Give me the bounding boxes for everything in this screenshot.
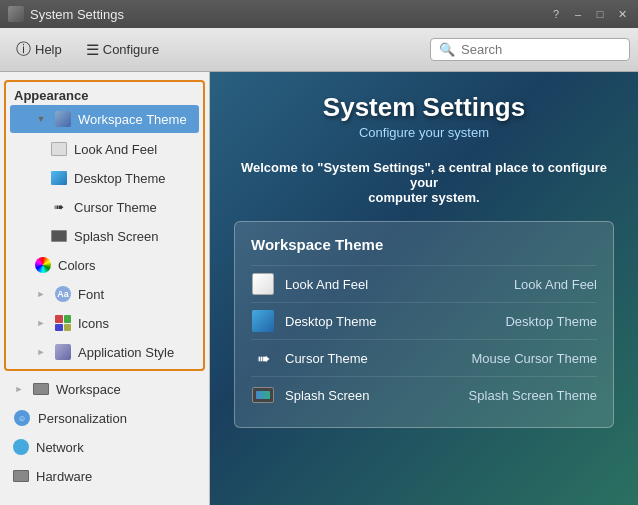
icons-icon — [54, 314, 72, 332]
desktop-theme-row-name: Desktop Theme — [285, 314, 495, 329]
toolbar: ⓘ Help ☰ Configure 🔍 — [0, 28, 638, 72]
minimize-button[interactable]: – — [570, 6, 586, 22]
content-subtitle: Configure your system — [359, 125, 489, 140]
table-row[interactable]: Desktop Theme Desktop Theme — [251, 302, 597, 339]
expand-icon: ► — [12, 382, 26, 396]
configure-icon: ☰ — [86, 41, 99, 59]
sidebar-item-network[interactable]: Network — [4, 433, 205, 461]
application-style-label: Application Style — [78, 345, 174, 360]
sidebar-item-look-and-feel[interactable]: Look And Feel — [10, 135, 199, 163]
app-icon — [8, 6, 24, 22]
sidebar-item-icons[interactable]: ► Icons — [10, 309, 199, 337]
look-and-feel-label: Look And Feel — [74, 142, 157, 157]
colors-label: Colors — [58, 258, 96, 273]
look-and-feel-icon — [50, 140, 68, 158]
workspace-theme-icon — [54, 110, 72, 128]
sidebar-item-hardware[interactable]: Hardware — [4, 462, 205, 490]
search-icon: 🔍 — [439, 42, 455, 57]
sidebar-item-workspace-theme[interactable]: ▼ Workspace Theme — [10, 105, 199, 133]
workspace-icon — [32, 380, 50, 398]
sidebar-item-splash-screen[interactable]: Splash Screen — [10, 222, 199, 250]
font-label: Font — [78, 287, 104, 302]
cursor-arrow-icon: ➠ — [54, 200, 64, 214]
personalization-icon: ☺ — [12, 409, 32, 427]
titlebar-controls[interactable]: ? – □ ✕ — [548, 6, 630, 22]
table-row[interactable]: Look And Feel Look And Feel — [251, 265, 597, 302]
cursor-theme-row-name: Cursor Theme — [285, 351, 462, 366]
configure-button[interactable]: ☰ Configure — [78, 37, 167, 63]
splash-screen-row-value: Splash Screen Theme — [469, 388, 597, 403]
content-title: System Settings — [323, 92, 525, 123]
search-input[interactable] — [461, 42, 621, 57]
appearance-label: Appearance — [14, 88, 195, 103]
desktop-theme-row-icon — [251, 309, 275, 333]
expand-icon: ▼ — [34, 112, 48, 126]
sidebar-item-personalization[interactable]: ☺ Personalization — [4, 404, 205, 432]
help-label: Help — [35, 42, 62, 57]
application-style-icon — [54, 343, 72, 361]
sidebar-item-colors[interactable]: Colors — [10, 251, 199, 279]
cursor-theme-icon: ➠ — [50, 198, 68, 216]
sidebar-item-workspace[interactable]: ► Workspace — [4, 375, 205, 403]
cursor-theme-label: Cursor Theme — [74, 200, 157, 215]
maximize-button[interactable]: □ — [592, 6, 608, 22]
configure-label: Configure — [103, 42, 159, 57]
appearance-group: Appearance ▼ Workspace Theme Look And Fe… — [4, 80, 205, 371]
expand-icon: ► — [34, 287, 48, 301]
desktop-theme-label: Desktop Theme — [74, 171, 166, 186]
splash-screen-label: Splash Screen — [74, 229, 159, 244]
hardware-label: Hardware — [36, 469, 92, 484]
sidebar: Appearance ▼ Workspace Theme Look And Fe… — [0, 72, 210, 505]
sidebar-item-desktop-theme[interactable]: Desktop Theme — [10, 164, 199, 192]
content-welcome: Welcome to "System Settings", a central … — [230, 160, 618, 205]
expand-icon: ► — [34, 316, 48, 330]
splash-screen-row-icon — [251, 383, 275, 407]
personalization-label: Personalization — [38, 411, 127, 426]
sidebar-item-application-style[interactable]: ► Application Style — [10, 338, 199, 366]
icons-label: Icons — [78, 316, 109, 331]
search-box[interactable]: 🔍 — [430, 38, 630, 61]
expand-icon: ► — [34, 345, 48, 359]
look-and-feel-row-value: Look And Feel — [514, 277, 597, 292]
font-icon: Aa — [54, 285, 72, 303]
splash-screen-icon — [50, 227, 68, 245]
titlebar-title: System Settings — [30, 7, 124, 22]
titlebar: System Settings ? – □ ✕ — [0, 0, 638, 28]
table-row[interactable]: Splash Screen Splash Screen Theme — [251, 376, 597, 413]
look-and-feel-row-name: Look And Feel — [285, 277, 504, 292]
theme-card-title: Workspace Theme — [251, 236, 597, 253]
desktop-theme-icon — [50, 169, 68, 187]
table-row[interactable]: ➠ Cursor Theme Mouse Cursor Theme — [251, 339, 597, 376]
theme-card: Workspace Theme Look And Feel Look And F… — [234, 221, 614, 428]
content-area: System Settings Configure your system We… — [210, 72, 638, 505]
close-button[interactable]: ✕ — [614, 6, 630, 22]
desktop-theme-row-value: Desktop Theme — [505, 314, 597, 329]
network-icon — [12, 438, 30, 456]
workspace-label: Workspace — [56, 382, 121, 397]
help-button[interactable]: ⓘ Help — [8, 36, 70, 63]
sidebar-item-cursor-theme[interactable]: ➠ Cursor Theme — [10, 193, 199, 221]
network-label: Network — [36, 440, 84, 455]
titlebar-left: System Settings — [8, 6, 124, 22]
cursor-theme-row-value: Mouse Cursor Theme — [472, 351, 597, 366]
sidebar-item-font[interactable]: ► Aa Font — [10, 280, 199, 308]
main-layout: Appearance ▼ Workspace Theme Look And Fe… — [0, 72, 638, 505]
splash-screen-row-name: Splash Screen — [285, 388, 459, 403]
workspace-theme-label: Workspace Theme — [78, 112, 187, 127]
help-icon: ⓘ — [16, 40, 31, 59]
cursor-theme-row-icon: ➠ — [251, 346, 275, 370]
colors-icon — [34, 256, 52, 274]
hardware-icon — [12, 467, 30, 485]
look-and-feel-row-icon — [251, 272, 275, 296]
help-button[interactable]: ? — [548, 6, 564, 22]
